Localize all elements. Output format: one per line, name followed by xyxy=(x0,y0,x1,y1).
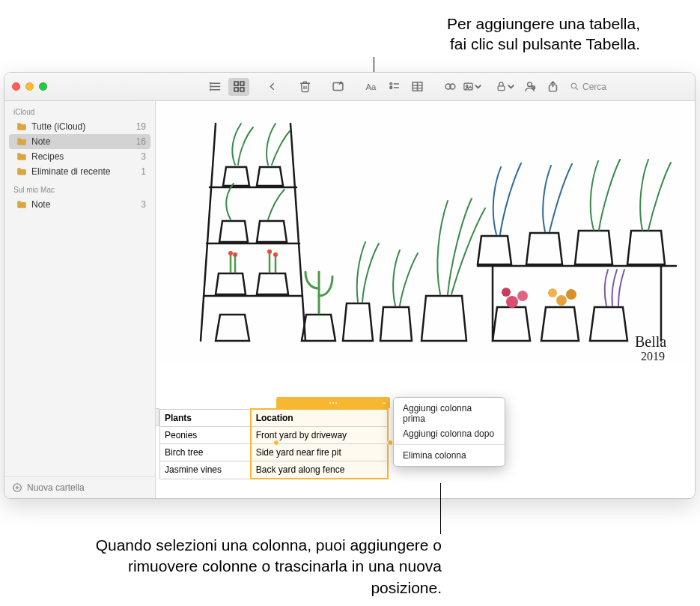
close-window-button[interactable] xyxy=(12,82,20,91)
menu-separator xyxy=(394,444,505,445)
svg-point-50 xyxy=(233,252,237,257)
table-button[interactable] xyxy=(407,78,427,96)
sidebar: iCloud Tutte (iCloud) 19 Note 16 Recipes… xyxy=(4,101,156,498)
table-cell[interactable]: Side yard near fire pit xyxy=(251,444,388,461)
svg-rect-6 xyxy=(234,82,238,85)
table-cell[interactable]: Back yard along fence xyxy=(251,461,388,479)
sidebar-section-icloud: iCloud xyxy=(4,101,155,119)
titlebar: Aa xyxy=(4,73,695,101)
share-button[interactable] xyxy=(542,78,563,96)
svg-line-31 xyxy=(576,88,578,90)
table-column-handle[interactable] xyxy=(276,397,390,408)
media-button[interactable] xyxy=(463,78,484,96)
back-button[interactable] xyxy=(261,78,282,96)
svg-point-44 xyxy=(517,291,528,301)
selection-handle[interactable] xyxy=(273,440,279,446)
sidebar-item-all-icloud[interactable]: Tutte (iCloud) 19 xyxy=(4,119,155,134)
menu-add-column-before[interactable]: Aggiungi colonna prima xyxy=(394,401,505,426)
note-drawing: Bella 2019 xyxy=(156,101,695,363)
new-folder-button[interactable]: Nuova cartella xyxy=(4,476,155,498)
sidebar-item-label: Recipes xyxy=(31,151,136,162)
collaborate-button[interactable] xyxy=(519,78,540,96)
svg-rect-24 xyxy=(498,86,505,91)
signature-year: 2019 xyxy=(641,350,665,363)
sidebar-item-label: Tutte (iCloud) xyxy=(31,121,132,132)
folder-icon xyxy=(16,167,27,176)
folder-icon xyxy=(16,152,27,161)
sidebar-item-label: Eliminate di recente xyxy=(31,166,136,177)
svg-point-52 xyxy=(273,252,278,257)
traffic-lights xyxy=(12,82,47,91)
app-window: Aa xyxy=(4,72,696,499)
new-note-button[interactable] xyxy=(327,78,348,96)
table-cell[interactable]: Jasmine vines xyxy=(160,461,251,479)
sidebar-item-count: 19 xyxy=(136,121,146,132)
sidebar-section-local: Sul mio Mac xyxy=(4,179,155,197)
toolbar: Aa xyxy=(205,78,687,96)
folder-icon xyxy=(16,122,27,131)
table-cell[interactable]: Peonies xyxy=(160,427,251,444)
svg-rect-8 xyxy=(234,88,238,91)
sidebar-item-label: Note xyxy=(31,199,136,210)
sidebar-item-count: 3 xyxy=(141,199,146,210)
sidebar-item-count: 16 xyxy=(136,136,146,147)
svg-point-49 xyxy=(228,251,233,255)
svg-point-12 xyxy=(389,83,392,85)
svg-point-4 xyxy=(210,86,210,87)
table-header[interactable]: Plants xyxy=(160,409,251,427)
sidebar-item-note-local[interactable]: Note 3 xyxy=(4,197,155,212)
search-icon xyxy=(570,82,579,91)
checklist-button[interactable] xyxy=(383,78,404,96)
svg-text:Aa: Aa xyxy=(365,82,377,91)
delete-button[interactable] xyxy=(294,78,315,96)
svg-point-30 xyxy=(571,83,576,88)
svg-point-43 xyxy=(506,296,518,308)
zoom-window-button[interactable] xyxy=(39,82,47,91)
table-cell[interactable]: Birch tree xyxy=(160,444,251,461)
table-cell[interactable]: Front yard by driveway xyxy=(251,427,388,444)
svg-point-48 xyxy=(548,288,557,297)
search-field[interactable]: Cerca xyxy=(565,82,687,92)
list-view-button[interactable] xyxy=(205,78,226,96)
sidebar-item-label: Note xyxy=(31,136,132,147)
callout-top-line xyxy=(374,57,374,72)
svg-point-25 xyxy=(527,82,532,87)
callout-top: Per aggiungere una tabella, fai clic sul… xyxy=(447,13,640,55)
svg-rect-7 xyxy=(240,82,243,85)
column-context-menu: Aggiungi colonna prima Aggiungi colonna … xyxy=(393,397,505,467)
new-folder-label: Nuova cartella xyxy=(27,482,85,493)
sidebar-item-trash[interactable]: Eliminate di recente 1 xyxy=(4,164,155,179)
grid-view-button[interactable] xyxy=(228,78,249,96)
selection-handle[interactable] xyxy=(387,440,393,446)
body: iCloud Tutte (iCloud) 19 Note 16 Recipes… xyxy=(4,101,695,498)
sidebar-item-recipes[interactable]: Recipes 3 xyxy=(4,149,155,164)
search-placeholder: Cerca xyxy=(582,82,606,92)
callout-bottom-line xyxy=(440,483,441,534)
plus-circle-icon xyxy=(12,482,22,493)
svg-point-51 xyxy=(267,249,272,254)
format-button[interactable]: Aa xyxy=(360,78,381,96)
menu-delete-column[interactable]: Elimina colonna xyxy=(394,448,505,463)
lock-button[interactable] xyxy=(496,78,517,96)
sidebar-item-count: 3 xyxy=(141,151,146,162)
svg-rect-10 xyxy=(333,83,343,91)
svg-point-5 xyxy=(210,89,210,90)
svg-point-47 xyxy=(566,289,576,300)
sidebar-item-count: 1 xyxy=(141,166,146,177)
callout-bottom: Quando selezioni una colonna, puoi aggiu… xyxy=(75,535,442,599)
note-content: Bella 2019 Plants Location Peon xyxy=(156,101,695,498)
table-header[interactable]: Location xyxy=(251,409,388,427)
signature-name: Bella xyxy=(635,333,666,350)
svg-point-46 xyxy=(556,295,567,306)
svg-point-45 xyxy=(502,288,511,297)
link-button[interactable] xyxy=(439,78,460,96)
menu-add-column-after[interactable]: Aggiungi colonna dopo xyxy=(394,426,505,441)
sidebar-item-note[interactable]: Note 16 xyxy=(9,134,150,149)
folder-icon xyxy=(16,137,27,146)
minimize-window-button[interactable] xyxy=(25,82,34,91)
svg-line-35 xyxy=(201,124,216,341)
svg-point-3 xyxy=(210,83,210,84)
table-row-handle[interactable] xyxy=(156,408,159,426)
note-table-area: Plants Location Peonies Front yard by dr… xyxy=(159,408,541,479)
svg-line-36 xyxy=(290,124,305,341)
